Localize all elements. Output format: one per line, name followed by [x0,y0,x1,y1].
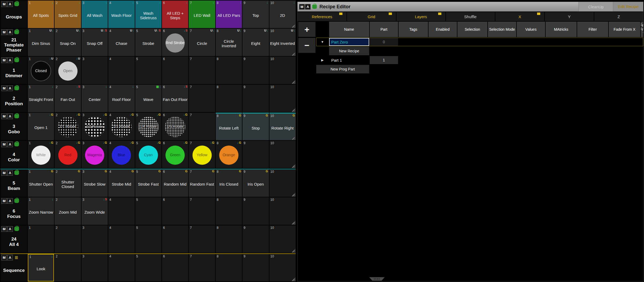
pool-cell-strobe[interactable]: 5U↓SStrobe [135,29,161,56]
pool-cell-circle[interactable]: 7U↓Circle [189,29,215,56]
pool-cell-led-wall[interactable]: 7↓LED Wall [189,1,215,28]
column-header-part[interactable]: Part [370,22,398,37]
pool-cell-all-spots[interactable]: 1↓All Spots [28,1,54,28]
pool-cell-wave[interactable]: 5▦↓Wave [135,85,161,112]
pool-cell-wash-sidetruss[interactable]: 5↓Wash Sidetruss [135,1,161,28]
pool-cell-eight-inverted[interactable]: 10U↓Eight Inverted [269,29,296,56]
pool-header-6-focus[interactable]: MA6 Focus [1,197,27,225]
pool-cell[interactable]: 10 [269,225,296,253]
pool-cell-1-3-rotate[interactable]: 4↓G1/3 Rotate [108,113,134,140]
pool-cell-random-fast[interactable]: 7GRandom Fast [189,169,215,197]
pool-cell[interactable]: 9 [242,57,269,84]
row-expander-icon[interactable]: ▼ [316,38,329,46]
name-cell[interactable]: Part 1 [329,56,369,64]
pool-cell-1-1-rotate[interactable]: 2↓G1/1 Rotate [55,113,81,140]
pool-cell[interactable]: 5 [135,57,161,84]
pool-cell-iris-closed[interactable]: 8GIris Closed [216,169,242,197]
tab-layers[interactable]: Layers [396,12,445,21]
pool-cell-top[interactable]: 9↓Top [242,1,269,28]
column-header-selection[interactable]: Selection [457,22,487,37]
pool-cell[interactable]: 10 [269,85,296,112]
column-header-matricks[interactable]: MAtricks [546,22,577,37]
column-header-filter[interactable]: Filter [577,22,608,37]
pool-cell[interactable]: 1 [28,225,54,253]
pool-cell[interactable]: 4 [108,225,134,253]
tab-references[interactable]: References [298,12,346,21]
pool-cell[interactable]: 9 [242,197,269,225]
tab-y[interactable]: Y [545,12,594,21]
pool-header-groups[interactable]: MAGroups [1,1,27,28]
pool-cell-random-mid[interactable]: 6GRandom Mid [162,169,188,197]
pool-cell-snap-off[interactable]: 3U↓SSnap Off [82,29,108,56]
pool-cell[interactable]: 7 [189,197,215,225]
pool-cell-strobe-fast[interactable]: 5GStrobe Fast [135,169,161,197]
pool-cell-closed[interactable]: 1↓UClosed [28,57,54,84]
pool-cell-green[interactable]: 6↓GGreen [162,141,188,168]
pool-cell-chase[interactable]: 4U↓Chase [108,29,134,56]
pool-cell-zoom-wide[interactable]: 3↓SZoom Wide [82,197,108,225]
pool-cell[interactable]: 10 [269,254,296,281]
row-expander-icon[interactable]: ▶ [316,56,329,64]
pool-cell-1-5-rotate[interactable]: 6↓G1/5 Rotate [162,113,188,140]
pool-cell[interactable]: 5 [135,225,161,253]
pool-cell-1-2-rotate[interactable]: 3↓G1/2 Rotate [82,113,108,140]
pool-cell[interactable]: 7 [189,85,215,112]
pool-cell-shutter-open[interactable]: 1GShutter Open [28,169,54,197]
pool-cell[interactable]: 8 [216,57,242,84]
pool-cell[interactable]: 10 [269,57,296,84]
pool-cell-white[interactable]: 1↓GWhite [28,141,54,168]
pool-cell[interactable]: 7 [189,225,215,253]
pool-cell[interactable]: 8 [216,197,242,225]
pool-cell[interactable]: 10 [269,141,296,168]
pool-cell-strobe-mid[interactable]: 4GStrobe Mid [108,169,134,197]
pool-cell-all-led-steps[interactable]: 6↓All LED + Steps [162,1,188,28]
pool-cell[interactable]: 6 [162,57,188,84]
pool-cell-zoom-mid[interactable]: 2Zoom Mid [55,197,81,225]
pool-cell-fan-out[interactable]: 2↓SFan Out [55,85,81,112]
pool-cell-stop[interactable]: 9GStop [242,113,269,140]
pool-cell-orange[interactable]: 8↓GOrange [216,141,242,168]
edit-recipe-button[interactable]: Edit Recipe [613,2,643,11]
add-row-button[interactable]: + [298,22,316,37]
pool-header-5-beam[interactable]: MA5 Beam [1,169,27,197]
pool-cell-strobe-slow[interactable]: 3GStrobe Slow [82,169,108,197]
pool-cell[interactable]: 3 [82,57,108,84]
pool-cell[interactable]: 4 [108,197,134,225]
pool-cell[interactable]: 5 [135,197,161,225]
pool-cell-eight[interactable]: 9U↓Eight [242,29,269,56]
pool-cell-spots-grid[interactable]: 2↓Spots Grid [55,1,81,28]
pool-cell-fan-out-floor[interactable]: 6↓SFan Out Floor [162,85,188,112]
pool-cell[interactable]: 2 [55,225,81,253]
window-titlebar[interactable]: M A Recipe Editor CleanUp Edit Recipe [298,2,643,11]
pool-cell-snap-on[interactable]: 2U↓Snap On [55,29,81,56]
pool-cell[interactable]: 9 [242,85,269,112]
pool-cell-all-led-pars[interactable]: 8↓All LED Pars [216,1,242,28]
pool-cell[interactable]: 5 [135,254,161,281]
column-header-enabled[interactable]: Enabled [429,22,457,37]
column-header-fade-from-x[interactable]: Fade From X [609,22,640,37]
pool-cell[interactable]: 10 [269,169,296,197]
column-header-tags[interactable]: Tags [399,22,428,37]
pool-cell[interactable]: 7 [189,57,215,84]
pool-header-21-template-phaser[interactable]: MA21 Template Phaser [1,29,27,56]
pool-header-4-color[interactable]: MA4 Color [1,141,27,168]
pool-cell[interactable]: 2 [55,254,81,281]
pool-cell-cyan[interactable]: 5↓GCyan [135,141,161,168]
pool-header-sequence[interactable]: MA≣Sequence [1,254,27,281]
name-edit-input[interactable]: Part Zero [329,38,369,46]
pool-cell-dim-sinus[interactable]: 1U↓Dim Sinus [28,29,54,56]
column-header-fade-from-y[interactable]: Fade From Y [641,22,643,37]
pool-cell[interactable]: 3 [82,225,108,253]
pool-cell[interactable]: 7 [189,113,215,140]
column-header-selection-mode[interactable]: Selection Mode [488,22,516,37]
pool-cell-iris-open[interactable]: 9GIris Open [242,169,269,197]
pool-cell-wash-floor[interactable]: 4↓Wash Floor [108,1,134,28]
pool-header-3-gobo[interactable]: MA3 Gobo [1,113,27,140]
part-cell[interactable]: 1 [370,56,398,64]
pool-cell[interactable]: 8 [216,225,242,253]
pool-cell-shutter-closed[interactable]: 2GShutter Closed [55,169,81,197]
column-header-name[interactable]: Name [329,22,369,37]
pool-cell[interactable]: 6 [162,254,188,281]
pool-cell-1-4-rotate[interactable]: 5↓G1/4 Rotate [135,113,161,140]
pool-cell-yellow[interactable]: 7↓GYellow [189,141,215,168]
